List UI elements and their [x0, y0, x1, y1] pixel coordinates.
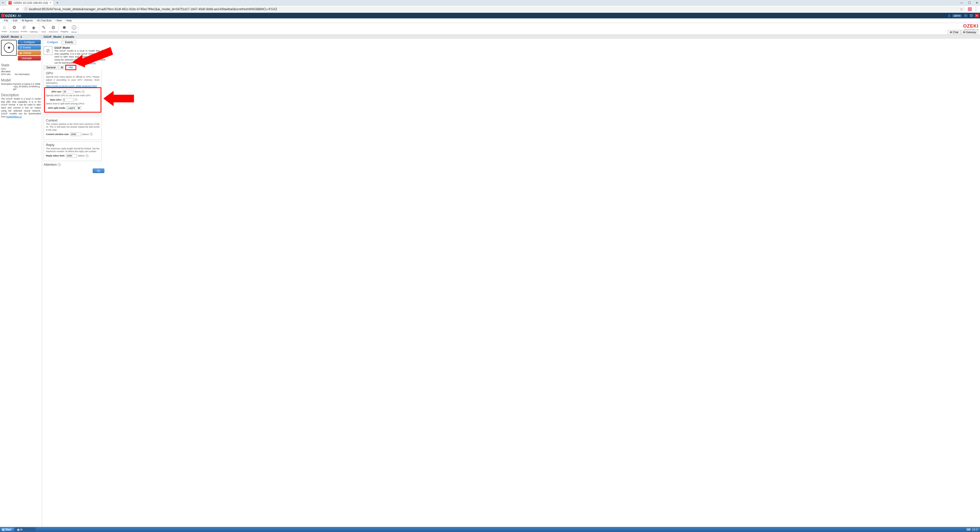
site-info-icon[interactable]: ⓘ: [24, 7, 27, 11]
main-gpu-input[interactable]: [63, 98, 73, 102]
eject-icon: ⏏: [20, 52, 22, 54]
annotation-arrow-hw: [72, 47, 113, 67]
left-panel: GGUF_Model_1 🔧Configure ☰Events ⏏Unload …: [0, 35, 42, 527]
subtab-ai-gateway[interactable]: AI Gateway: [961, 30, 978, 35]
gpu-use-input[interactable]: [63, 90, 73, 94]
annotation-arrow-gpu: [103, 88, 134, 109]
context-desc: The context window is the short term mem…: [46, 123, 100, 132]
app-logo: OZEKI AI: [1, 14, 21, 18]
tab-events[interactable]: Events: [62, 40, 76, 45]
reply-title: Reply: [46, 143, 100, 147]
reload-button[interactable]: ⟳: [15, 7, 20, 11]
tool-hugging[interactable]: ☻Hugging: [59, 23, 70, 35]
forward-button[interactable]: →: [9, 7, 13, 11]
brand: OZEKI www.myozeki.com: [963, 24, 978, 30]
tab-configure[interactable]: Configure: [44, 40, 61, 45]
gpu-title: GPU: [46, 71, 100, 75]
advanced-icon: ⚙: [51, 25, 56, 30]
expand-icon[interactable]: +: [58, 163, 61, 166]
uninstall-button[interactable]: Uninstall: [18, 56, 41, 61]
app-minimize-button[interactable]: —: [964, 14, 968, 18]
help-icon[interactable]: ?: [75, 98, 77, 101]
model-desc-value: Hermes-3-Llama-3.1-405B-IQ2_M-00001-of-0…: [13, 83, 41, 90]
huggingface-link[interactable]: huggingface.co: [6, 115, 22, 118]
menu-view[interactable]: View: [53, 19, 63, 22]
gpu-info-value: No information: [15, 73, 30, 76]
tool-tools[interactable]: ✎Tools: [39, 23, 48, 35]
tab-title: OZEKI 10 (192.168.93.110): [14, 1, 48, 4]
url-box[interactable]: ⓘ localhost:9515/AI/?a=ai_model_details&…: [22, 6, 966, 12]
help-icon[interactable]: ?: [82, 90, 84, 93]
new-tab-button[interactable]: +: [56, 0, 59, 5]
tools-icon: ✎: [42, 25, 46, 30]
unload-button[interactable]: ⏏Unload: [18, 51, 41, 55]
gpu-info-label: GPU info:: [1, 73, 15, 76]
tool-ai-bots[interactable]: ⎚AI Bots: [20, 23, 28, 35]
back-button[interactable]: ←: [2, 7, 6, 11]
model-info-icon: ⎚: [44, 46, 52, 55]
extension-icon[interactable]: [968, 7, 972, 11]
menu-help[interactable]: Help: [63, 19, 73, 22]
window-close-button[interactable]: ✕: [975, 1, 979, 5]
reply-panel: Reply The maximum reply length should be…: [44, 141, 102, 161]
bookmark-icon[interactable]: ☆: [960, 7, 963, 11]
help-icon[interactable]: ?: [86, 155, 89, 157]
tool-about[interactable]: ⓘAbout: [70, 23, 78, 35]
description-text: The GGUF model is a local AI model that …: [1, 97, 41, 118]
tool-gateway[interactable]: ◈Gateway: [28, 23, 39, 35]
tab-close-icon[interactable]: ×: [49, 1, 51, 5]
user-name[interactable]: admin: [952, 14, 962, 18]
tool-ai-models[interactable]: ⚙AI Models: [9, 23, 20, 35]
about-icon: ⓘ: [72, 24, 76, 30]
menu-ai-chat-bots[interactable]: AI Chat Bots: [34, 19, 53, 22]
app-close-button[interactable]: ✕: [975, 14, 979, 18]
app-maximize-button[interactable]: ☐: [969, 14, 974, 18]
attention-row[interactable]: Attention +: [44, 162, 978, 166]
tool-home[interactable]: ⌂Home: [0, 23, 9, 35]
favicon: [8, 1, 12, 5]
content-title: GGUF_Model_1 details: [42, 35, 980, 39]
gpu-use-unit: layers: [75, 90, 81, 93]
menu-ai-agents[interactable]: AI Agents: [19, 19, 35, 22]
wrench-icon: 🔧: [20, 41, 23, 44]
models-icon: ⚙: [12, 25, 16, 30]
menu-file[interactable]: File: [1, 19, 10, 22]
logo-text-ai: AI: [18, 14, 21, 18]
reply-limit-input[interactable]: [66, 154, 77, 158]
model-compass-icon: [1, 40, 17, 56]
subtab-ai[interactable]: AI: [58, 65, 66, 70]
toolbar: ⌂Home ⚙AI Models ⎚AI Bots ◈Gateway ✎Tool…: [0, 23, 980, 35]
configure-button[interactable]: 🔧Configure: [18, 40, 41, 45]
tool-advanced[interactable]: ⚙Advanced: [48, 23, 59, 35]
browser-tabstrip: ▾ OZEKI 10 (192.168.93.110) × + — ☐ ✕: [0, 0, 980, 6]
tab-dropdown[interactable]: ▾: [0, 0, 6, 6]
context-size-input[interactable]: [70, 132, 81, 136]
reply-limit-label: Reply token limit:: [46, 155, 65, 157]
reply-desc: The maximum reply length should be limit…: [46, 147, 100, 153]
main-gpu-label: Main GPU:: [46, 99, 62, 101]
subtab-ai-chat[interactable]: AI Chat: [948, 30, 961, 35]
events-button[interactable]: ☰Events: [18, 45, 41, 50]
left-panel-title: GGUF_Model_1: [0, 35, 42, 39]
window-minimize-button[interactable]: —: [959, 1, 964, 5]
address-bar: ← → ⟳ ⓘ localhost:9515/AI/?a=ai_model_de…: [0, 6, 980, 13]
app-header: OZEKI AI 👤 admin — ☐ ✕: [0, 13, 980, 18]
context-panel: Context The context window is the short …: [44, 117, 102, 140]
gpu-use-label: GPU use:: [46, 90, 62, 93]
gpu-panel: GPU Specify how many layers to offload t…: [44, 70, 102, 115]
ok-button[interactable]: Ok: [93, 169, 104, 173]
context-unit: tokens: [82, 133, 89, 135]
subtab-general[interactable]: General: [44, 65, 59, 70]
url-text: localhost:9515/AI/?a=ai_model_details&ma…: [29, 7, 958, 11]
svg-marker-0: [72, 47, 113, 67]
chrome-menu-icon[interactable]: ⋮: [974, 6, 978, 11]
menu-edit[interactable]: Edit: [10, 19, 19, 22]
gpu-layers-link[interactable]: https://ozeki-ai-server.com/p_8458-gpula…: [46, 85, 97, 87]
split-mode-select[interactable]: Layers: [67, 106, 81, 110]
content: GGUF_Model_1 details Configure Events ⎚ …: [42, 35, 980, 527]
browser-tab[interactable]: OZEKI 10 (192.168.93.110) ×: [6, 0, 54, 5]
description-title: Description: [1, 93, 41, 97]
gateway-icon: ◈: [32, 25, 35, 30]
window-maximize-button[interactable]: ☐: [967, 1, 971, 5]
help-icon[interactable]: ?: [90, 133, 93, 135]
